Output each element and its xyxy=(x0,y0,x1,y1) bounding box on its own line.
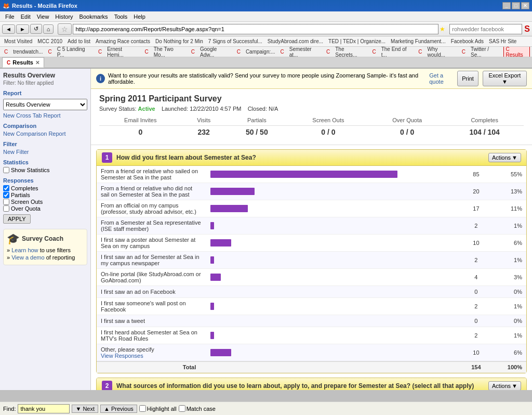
survey-status-row: Survey Status: Active Launched: 12/22/20… xyxy=(99,106,524,112)
screen-outs-checkbox[interactable] xyxy=(3,199,9,205)
bm2-google-label[interactable]: Google Adw... xyxy=(198,47,234,57)
q2-actions-chevron-icon: ▼ xyxy=(512,383,517,389)
new-cross-tab-link[interactable]: New Cross Tab Report xyxy=(3,112,87,119)
bookmark-star-button[interactable]: ☆ xyxy=(58,23,72,35)
bm2-twomo[interactable]: C xyxy=(142,48,150,55)
menu-bookmarks[interactable]: Bookmarks xyxy=(76,12,111,21)
bm-most-visited[interactable]: Most Visited xyxy=(2,38,34,45)
bm-sas-hr[interactable]: SAS Hr Site xyxy=(487,38,518,45)
bm2-google[interactable]: C xyxy=(189,48,197,55)
home-button[interactable]: ⌂ xyxy=(43,24,54,34)
reload-button[interactable]: ↺ xyxy=(30,24,42,34)
completes-checkbox[interactable] xyxy=(3,185,9,191)
stats-val-partials: 50 / 50 xyxy=(226,126,288,139)
bm-studyabroad[interactable]: StudyAbroad.com dire... xyxy=(265,38,325,45)
main-panel: i Want to ensure your results are statis… xyxy=(91,69,532,390)
sidebar-statistics-section: Statistics xyxy=(3,159,87,165)
bm-ted[interactable]: TED | TEDx | Organize... xyxy=(326,38,388,45)
bm2-ernest-label[interactable]: Ernest Hemi... xyxy=(105,47,141,57)
print-button[interactable]: Print xyxy=(457,71,478,86)
search-bar[interactable] xyxy=(449,24,522,34)
bm-7-signs[interactable]: 7 Signs of Successful... xyxy=(206,38,264,45)
bm-amazing-race[interactable]: Amazing Race contacts xyxy=(94,38,152,45)
close-button[interactable]: ✕ xyxy=(521,2,529,9)
bm2-landing[interactable]: C xyxy=(46,48,54,55)
stats-val-screenouts: 0 / 0 xyxy=(288,126,369,139)
bm2-twomo-label[interactable]: The Two Mo... xyxy=(152,47,188,57)
pct-cell: 6% xyxy=(495,235,526,252)
bm2-trendwatch-label[interactable]: trendwatch... xyxy=(11,48,45,55)
over-quota-checkbox[interactable] xyxy=(3,205,9,212)
view-responses-link[interactable]: View Responses xyxy=(101,353,143,359)
bm-add-to-list[interactable]: Add to list xyxy=(65,38,92,45)
get-quote-link[interactable]: Get a quote xyxy=(429,72,457,85)
bm2-semester-label[interactable]: Semester at... xyxy=(287,47,323,57)
info-icon: i xyxy=(96,74,105,83)
pct-cell: 1% xyxy=(495,298,526,315)
bm2-whywould-label[interactable]: Why would... xyxy=(425,47,459,57)
bm-facebook-ads[interactable]: Facebook Ads xyxy=(449,38,486,45)
question-2-actions-button[interactable]: Actions ▼ xyxy=(488,381,521,390)
bm2-trendwatch[interactable]: C xyxy=(2,48,10,55)
bm-marketing[interactable]: Marketing Fundament... xyxy=(389,38,448,45)
launched-value: 12/22/2010 4:57 PM xyxy=(190,106,241,112)
bm2-secrets-label[interactable]: The Secrets... xyxy=(333,47,369,57)
menu-help[interactable]: Help xyxy=(130,12,149,21)
menu-history[interactable]: History xyxy=(52,12,76,21)
menu-file[interactable]: File xyxy=(2,12,18,21)
question-1-actions-button[interactable]: Actions ▼ xyxy=(488,153,521,162)
firefox-icon: 🦊 xyxy=(3,3,10,9)
sidebar-filter-label: Filter: No filter applied xyxy=(3,80,87,86)
show-statistics-checkbox[interactable] xyxy=(3,167,9,173)
table-row: I first saw an ad on Facebook 0 0% xyxy=(97,286,526,298)
show-statistics-checkbox-label[interactable]: Show Statistics xyxy=(3,167,87,173)
closed-value: N/A xyxy=(269,106,278,112)
apply-button[interactable]: APPLY xyxy=(3,214,31,224)
table-row: I first saw a tweet 0 0% xyxy=(97,315,526,327)
bm-mcc2010[interactable]: MCC 2010 xyxy=(35,38,64,45)
menu-view[interactable]: View xyxy=(34,12,52,21)
bm2-endof-label[interactable]: The End of t... xyxy=(379,47,416,57)
excel-export-button[interactable]: Excel Export ▼ xyxy=(483,71,527,86)
maximize-button[interactable]: □ xyxy=(512,2,520,9)
bm2-campaign[interactable]: C xyxy=(235,48,243,55)
bm2-whywould[interactable]: C xyxy=(416,48,424,55)
new-filter-link[interactable]: New Filter xyxy=(3,149,87,155)
bm2-campaign-label[interactable]: Campaign:... xyxy=(244,48,277,55)
bm2-endof[interactable]: C xyxy=(370,48,378,55)
count-cell: 10 xyxy=(457,344,495,362)
bm2-landing-label[interactable]: C 5 Landing P... xyxy=(55,47,95,57)
menu-edit[interactable]: Edit xyxy=(18,12,34,21)
new-comparison-link[interactable]: New Comparison Report xyxy=(3,131,87,137)
over-quota-checkbox-label[interactable]: Over Quota xyxy=(3,205,87,212)
minimize-button[interactable]: _ xyxy=(502,2,511,9)
partials-checkbox-label[interactable]: Partials xyxy=(3,192,87,198)
view-demo-link[interactable]: View a demo xyxy=(11,254,44,261)
bm2-secrets[interactable]: C xyxy=(324,48,332,55)
learn-how-link[interactable]: Learn how xyxy=(11,247,38,253)
count-cell: 2 xyxy=(457,327,495,344)
bar-cell xyxy=(206,344,457,362)
partials-checkbox[interactable] xyxy=(3,192,9,198)
count-cell: 20 xyxy=(457,183,495,200)
completes-checkbox-label[interactable]: Completes xyxy=(3,185,87,191)
count-cell: 2 xyxy=(457,298,495,315)
screen-outs-checkbox-label[interactable]: Screen Outs xyxy=(3,199,87,205)
favorite-star-icon[interactable]: ★ xyxy=(440,25,445,33)
bm2-twitter-label[interactable]: Twitter / Se... xyxy=(469,47,502,57)
back-button[interactable]: ◄ xyxy=(2,24,15,34)
stats-val-completes: 104 / 104 xyxy=(445,126,524,139)
menu-tools[interactable]: Tools xyxy=(111,12,131,21)
bm2-semester[interactable]: C xyxy=(278,48,286,55)
bm-do-nothing[interactable]: Do Nothing for 2 Min xyxy=(153,38,205,45)
bar-fill xyxy=(210,256,214,264)
bm2-twitter[interactable]: C xyxy=(460,48,468,55)
forward-button[interactable]: ► xyxy=(16,24,29,34)
tab-results[interactable]: C Results ✕ xyxy=(2,57,44,68)
bm2-ernest[interactable]: C xyxy=(96,48,104,55)
address-bar[interactable] xyxy=(73,24,438,34)
tab-close-icon[interactable]: ✕ xyxy=(35,60,39,66)
bm2-results[interactable]: C Results xyxy=(503,47,530,57)
report-select[interactable]: Results Overview xyxy=(3,99,87,110)
survey-title: Spring 2011 Participant Survey xyxy=(99,94,524,103)
